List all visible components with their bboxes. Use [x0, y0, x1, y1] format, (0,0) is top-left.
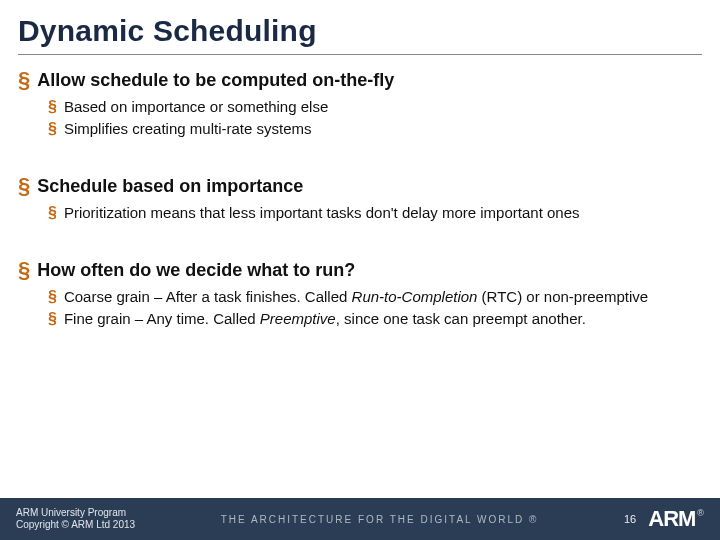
section-bullet-icon: §: [48, 97, 57, 117]
section-bullet-icon: §: [48, 287, 57, 307]
page-number: 16: [624, 513, 636, 525]
section-2: § Schedule based on importance § Priorit…: [18, 175, 702, 223]
lead-text: Allow schedule to be computed on-the-fly: [37, 69, 394, 91]
sub-text: Simplifies creating multi-rate systems: [64, 119, 312, 139]
slide-title: Dynamic Scheduling: [0, 0, 720, 54]
footer-bar: ARM University Program Copyright © ARM L…: [0, 498, 720, 540]
list-item: § Simplifies creating multi-rate systems: [48, 119, 702, 139]
sub-text: Based on importance or something else: [64, 97, 328, 117]
lead-row: § Allow schedule to be computed on-the-f…: [18, 69, 702, 91]
list-item: § Coarse grain – After a task finishes. …: [48, 287, 702, 307]
lead-text: How often do we decide what to run?: [37, 259, 355, 281]
sub-list: § Based on importance or something else …: [18, 97, 702, 139]
lead-text: Schedule based on importance: [37, 175, 303, 197]
section-bullet-icon: §: [18, 259, 30, 281]
section-bullet-icon: §: [18, 69, 30, 91]
section-bullet-icon: §: [18, 175, 30, 197]
footer-line-2: Copyright © ARM Ltd 2013: [16, 519, 135, 531]
title-divider: [18, 54, 702, 55]
section-bullet-icon: §: [48, 309, 57, 329]
section-1: § Allow schedule to be computed on-the-f…: [18, 69, 702, 139]
section-bullet-icon: §: [48, 203, 57, 223]
section-3: § How often do we decide what to run? § …: [18, 259, 702, 329]
list-item: § Based on importance or something else: [48, 97, 702, 117]
slide: Dynamic Scheduling § Allow schedule to b…: [0, 0, 720, 540]
sub-list: § Coarse grain – After a task finishes. …: [18, 287, 702, 329]
arm-logo-icon: ARM ®: [648, 506, 704, 532]
content-area: § Allow schedule to be computed on-the-f…: [0, 63, 720, 329]
lead-row: § How often do we decide what to run?: [18, 259, 702, 281]
logo-text: ARM: [648, 506, 695, 532]
section-bullet-icon: §: [48, 119, 57, 139]
sub-text: Coarse grain – After a task finishes. Ca…: [64, 287, 648, 307]
sub-list: § Prioritization means that less importa…: [18, 203, 702, 223]
registered-icon: ®: [697, 508, 704, 518]
footer-tagline: THE ARCHITECTURE FOR THE DIGITAL WORLD ®: [135, 514, 624, 525]
footer-line-1: ARM University Program: [16, 507, 135, 519]
list-item: § Prioritization means that less importa…: [48, 203, 702, 223]
footer-credits: ARM University Program Copyright © ARM L…: [16, 507, 135, 531]
list-item: § Fine grain – Any time. Called Preempti…: [48, 309, 702, 329]
lead-row: § Schedule based on importance: [18, 175, 702, 197]
sub-text: Prioritization means that less important…: [64, 203, 580, 223]
sub-text: Fine grain – Any time. Called Preemptive…: [64, 309, 586, 329]
